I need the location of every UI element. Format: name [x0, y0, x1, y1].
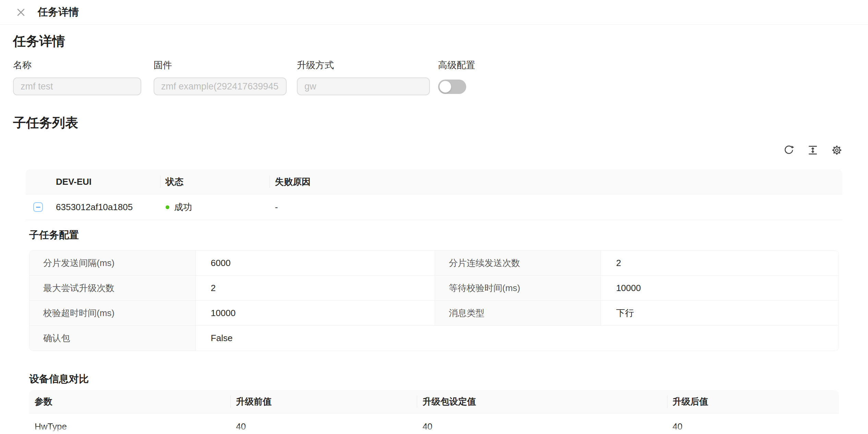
comparison-table-header: 参数 升级前值 升级包设定值 升级后值 [29, 390, 839, 413]
header-dev-eui: DEV-EUI [50, 169, 160, 194]
upgrade-method-input[interactable] [297, 77, 430, 95]
table-row: HwType 40 40 40 [29, 413, 839, 434]
advanced-config-group: 高级配置 [438, 59, 475, 95]
settings-icon[interactable] [831, 145, 842, 156]
config-label: 最大尝试升级次数 [29, 276, 195, 301]
name-input[interactable] [13, 77, 141, 95]
config-label: 确认包 [29, 326, 195, 351]
status-dot-icon [166, 205, 169, 209]
toggle-knob [439, 81, 451, 93]
close-icon[interactable] [15, 7, 27, 18]
config-value: 10000 [195, 301, 435, 326]
config-label: 等待校验时间(ms) [435, 276, 601, 301]
collapse-row-button[interactable] [33, 202, 43, 212]
drawer-header: 任务详情 [0, 0, 868, 25]
subtask-config-table: 分片发送间隔(ms) 6000 分片连续发送次数 2 最大尝试升级次数 2 等待… [29, 250, 839, 351]
header-param: 参数 [29, 390, 230, 413]
firmware-input[interactable] [154, 77, 287, 95]
header-status: 状态 [160, 169, 269, 194]
table-toolbar [26, 144, 842, 156]
drawer-title: 任务详情 [38, 5, 79, 19]
subtask-list-heading: 子任务列表 [13, 115, 855, 130]
config-label: 分片连续发送次数 [435, 251, 601, 276]
header-failure-reason: 失败原因 [269, 169, 842, 194]
task-detail-heading: 任务详情 [13, 34, 855, 49]
minus-icon [36, 207, 40, 208]
upgrade-method-label: 升级方式 [297, 59, 430, 71]
column-height-icon[interactable] [807, 145, 818, 156]
config-value: 10000 [601, 276, 839, 301]
subtask-table-card: DEV-EUI 状态 失败原因 6353012af10a1805 成功 [26, 144, 842, 434]
subtask-config-heading: 子任务配置 [29, 220, 839, 241]
package-value: 40 [417, 421, 667, 432]
name-label: 名称 [13, 59, 141, 71]
expanded-row-panel: 子任务配置 分片发送间隔(ms) 6000 分片连续发送次数 2 最大尝试升级次… [26, 220, 842, 434]
before-value: 40 [230, 421, 417, 432]
name-field-group: 名称 [13, 59, 141, 95]
firmware-field-group: 固件 [154, 59, 287, 95]
subtask-table-header: DEV-EUI 状态 失败原因 [26, 169, 842, 194]
config-value: 下行 [601, 301, 839, 326]
firmware-label: 固件 [154, 59, 287, 71]
advanced-config-toggle[interactable] [438, 80, 466, 94]
config-label: 校验超时时间(ms) [29, 301, 195, 326]
config-value: 2 [601, 251, 839, 276]
advanced-config-label: 高级配置 [438, 59, 475, 71]
header-expand-col [26, 169, 50, 194]
config-label: 消息类型 [435, 301, 601, 326]
config-value: 2 [195, 276, 435, 301]
failure-reason-value: - [269, 202, 842, 213]
upgrade-method-field-group: 升级方式 [297, 59, 430, 95]
dev-eui-value: 6353012af10a1805 [50, 202, 160, 213]
status-badge: 成功 [174, 201, 192, 213]
header-after-value: 升级后值 [667, 390, 839, 413]
param-name: HwType [29, 421, 230, 432]
device-comparison-table: 参数 升级前值 升级包设定值 升级后值 HwType 40 40 40 [29, 390, 839, 434]
subtask-table: DEV-EUI 状态 失败原因 6353012af10a1805 成功 [26, 169, 842, 434]
config-value: False [195, 326, 839, 351]
header-before-value: 升级前值 [230, 390, 417, 413]
task-detail-form: 名称 固件 升级方式 高级配置 [13, 59, 855, 95]
status-cell: 成功 [160, 201, 269, 213]
after-value: 40 [667, 421, 839, 432]
table-row: 6353012af10a1805 成功 - [26, 194, 842, 220]
config-value: 6000 [195, 251, 435, 276]
config-label: 分片发送间隔(ms) [29, 251, 195, 276]
refresh-icon[interactable] [783, 145, 794, 156]
device-comparison-heading: 设备信息对比 [29, 364, 839, 385]
header-package-value: 升级包设定值 [417, 390, 667, 413]
task-detail-drawer: 任务详情 任务详情 名称 固件 升级方式 高级配置 [0, 0, 868, 434]
